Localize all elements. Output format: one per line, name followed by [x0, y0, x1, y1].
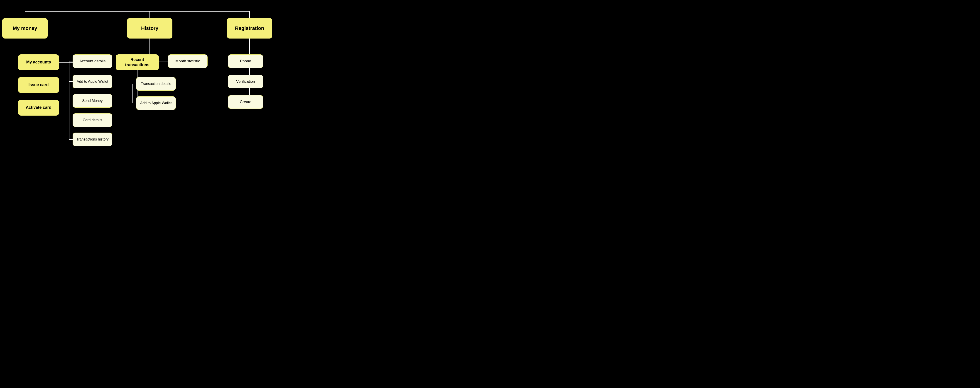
node-account-details: Account details [73, 54, 112, 68]
node-my-accounts: My accounts [18, 54, 59, 70]
node-my-money: My money [2, 18, 48, 38]
node-create: Create [228, 95, 263, 109]
node-activate-card: Activate card [18, 100, 59, 116]
node-history: History [127, 18, 172, 38]
node-send-money: Send Money [73, 94, 112, 108]
node-add-apple-wallet-1: Add to Apple Wallet [73, 75, 112, 89]
node-add-apple-wallet-2: Add to Apple Wallet [136, 96, 176, 110]
diagram-container: My money History Registration My account… [0, 0, 980, 388]
node-phone: Phone [228, 54, 263, 68]
node-month-statistic: Month statistic [168, 54, 208, 68]
node-transactions-history: Transactions history [73, 133, 112, 146]
node-transaction-details: Transaction details [136, 77, 176, 91]
node-card-details: Card details [73, 113, 112, 127]
node-verification: Verification [228, 75, 263, 89]
node-recent-transactions: Recent transactions [116, 54, 159, 70]
node-issue-card: Issue card [18, 77, 59, 93]
node-registration: Registration [227, 18, 272, 38]
